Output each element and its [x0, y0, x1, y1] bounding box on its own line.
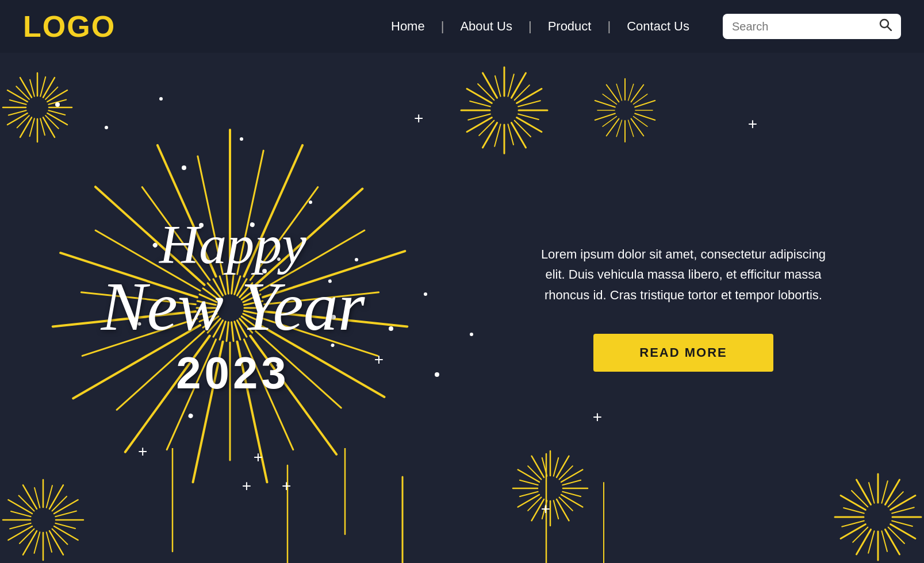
nav-link-about[interactable]: About Us [444, 19, 528, 34]
hero-description: Lorem ipsum dolor sit amet, consectetur … [534, 244, 833, 305]
nav-links: Home | About Us | Product | Contact Us [375, 19, 706, 34]
nav-item-contact[interactable]: Contact Us [611, 19, 706, 34]
nav-link-home[interactable]: Home [375, 19, 441, 34]
nav-item-about[interactable]: About Us [444, 19, 528, 34]
navbar: LOGO Home | About Us | Product | Contact… [0, 0, 924, 53]
nav-link-contact[interactable]: Contact Us [611, 19, 706, 34]
nav-item-home[interactable]: Home [375, 19, 441, 34]
hero-left: Happy New Year 2023 [0, 53, 466, 563]
hero-new-year-text: New Year [101, 272, 365, 341]
nav-link-product[interactable]: Product [532, 19, 608, 34]
search-button[interactable] [879, 18, 892, 34]
search-box[interactable] [723, 14, 901, 39]
hero-right: Lorem ipsum dolor sit amet, consectetur … [466, 53, 924, 563]
logo[interactable]: LOGO [23, 9, 116, 44]
hero-text-container: Happy New Year 2023 [101, 217, 365, 399]
hero-happy-text: Happy [159, 214, 306, 275]
nav-item-product[interactable]: Product [532, 19, 608, 34]
hero-section: + + + + + + + + + Happy New Year 2023 [0, 53, 924, 563]
read-more-button[interactable]: READ MORE [593, 334, 773, 372]
svg-line-1 [887, 26, 891, 30]
search-input[interactable] [732, 20, 879, 33]
hero-year-text: 2023 [101, 347, 365, 399]
